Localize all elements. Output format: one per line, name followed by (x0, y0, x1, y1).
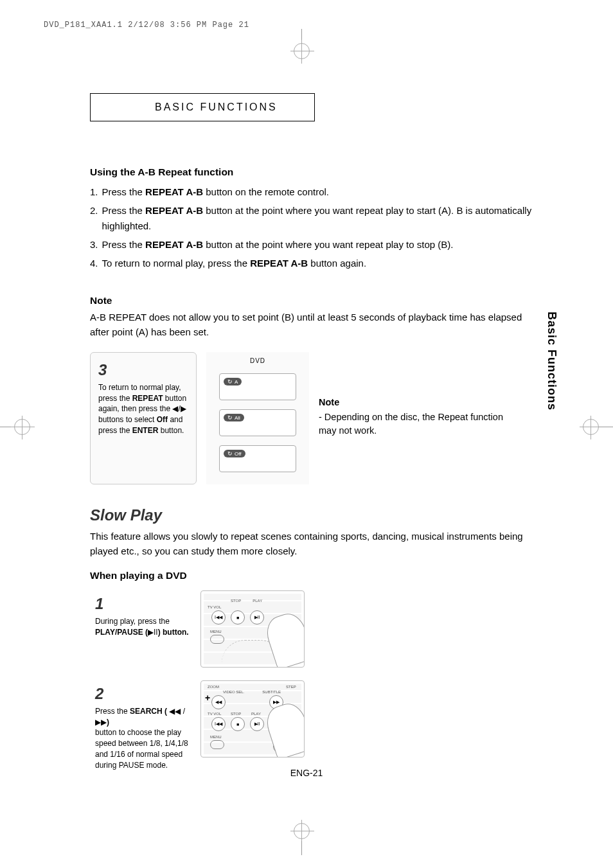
stop-label: STOP (231, 599, 241, 603)
page-number: ENG-21 (0, 768, 613, 778)
slow-step1-num: 1 (95, 593, 189, 615)
step-label: STEP (286, 685, 296, 689)
prev-icon-2: I◀◀ (211, 717, 226, 731)
step3-line2: press the REPEAT button (98, 393, 188, 404)
screen-all: All (219, 409, 296, 436)
step-num: 1. (90, 184, 98, 199)
pill-all: All (224, 414, 244, 421)
crop-mark-bottom (286, 823, 318, 855)
plus-icon: + (205, 693, 210, 703)
dvd-screens: DVD A All Off (206, 352, 309, 484)
rewind-icon: ◀◀ (211, 695, 226, 709)
step-text: Press the REPEAT A-B button at the point… (102, 203, 540, 233)
section-title-box: BASIC FUNCTIONS (90, 93, 315, 121)
slow-step2-l1: Press the SEARCH ( ◀◀ /▶▶) (95, 706, 189, 728)
play-label: PLAY (253, 599, 262, 603)
slow-step2-box: 2 Press the SEARCH ( ◀◀ /▶▶) button to c… (90, 680, 194, 773)
crop-mark-left (0, 418, 35, 437)
dvd-label: DVD (250, 357, 265, 364)
tvvol-label: TV VOL (208, 605, 221, 609)
ab-step-1: 1. Press the REPEAT A-B button on the re… (90, 184, 540, 199)
zoom-label: ZOOM (208, 685, 219, 689)
step3-line3: again, then press the ◀/▶ (98, 403, 188, 414)
ab-step-3: 3. Press the REPEAT A-B button at the po… (90, 237, 540, 252)
slow-step2-l4: and 1/16 of normal speed (95, 749, 189, 760)
prev-icon: I◀◀ (211, 610, 226, 624)
step-text: Press the REPEAT A-B button at the point… (102, 237, 454, 252)
slow-step1-l1: During play, press the (95, 616, 189, 627)
slow-step2-l3: speed between 1/8, 1/4,1/8 (95, 738, 189, 749)
screen-a: A (219, 373, 296, 400)
print-header: DVD_P181_XAA1.1 2/12/08 3:56 PM Page 21 (44, 21, 249, 30)
step3-row: 3 To return to normal play, press the RE… (90, 352, 540, 484)
heading-prefix: Using the (90, 166, 138, 177)
step-text: To return to normal play, press the REPE… (102, 256, 367, 270)
menu-label-2: MENU (210, 735, 222, 739)
step3-line1: To return to normal play, (98, 382, 188, 393)
slow-step1-row: 1 During play, press the PLAY/PAUSE (▶II… (90, 590, 540, 668)
crop-mark-top (286, 29, 318, 61)
menu-label: MENU (210, 630, 222, 633)
sidebar-tab: Basic Functions (545, 312, 558, 411)
slow-play-text: This feature allows you slowly to repeat… (90, 529, 540, 558)
step3-line4: buttons to select Off and (98, 414, 188, 425)
pill-off: Off (224, 450, 245, 457)
tvvol-label-2: TV VOL (208, 712, 221, 716)
side-note-text: - Depending on the disc, the Repeat func… (319, 411, 505, 438)
step-text: Press the REPEAT A-B button on the remot… (102, 184, 329, 199)
ab-step-4: 4. To return to normal play, press the R… (90, 256, 540, 270)
stop-label-2: STOP (231, 712, 241, 716)
step-num: 2. (90, 203, 98, 233)
ab-step-2: 2. Press the REPEAT A-B button at the po… (90, 203, 540, 233)
ab-repeat-heading: Using the A-B Repeat function (90, 166, 540, 178)
when-playing-dvd: When playing a DVD (90, 570, 540, 581)
stop-icon-2: ■ (231, 717, 245, 731)
play-pause-icon: ▶II (250, 610, 264, 624)
crop-mark-right (578, 418, 613, 437)
stop-icon: ■ (231, 610, 245, 624)
slow-play-heading: Slow Play (90, 506, 540, 524)
pill-a: A (224, 378, 242, 385)
page-content: BASIC FUNCTIONS Using the A-B Repeat fun… (90, 93, 540, 786)
section-title: BASIC FUNCTIONS (155, 102, 278, 113)
step3-number: 3 (98, 359, 188, 381)
side-note: Note - Depending on the disc, the Repeat… (319, 352, 505, 484)
note-heading: Note (90, 295, 540, 306)
heading-bold: A-B Repeat function (138, 166, 233, 177)
play-label-2: PLAY (251, 712, 261, 716)
step-num: 3. (90, 237, 98, 252)
slow-step2-l2: button to choose the play (95, 727, 189, 738)
note-text: A-B REPEAT does not allow you to set poi… (90, 310, 540, 339)
side-note-head: Note (319, 396, 505, 409)
step-num: 4. (90, 256, 98, 270)
subtitle-label: SUBTITLE (262, 690, 281, 694)
slow-step1-l2: PLAY/PAUSE (▶II) button. (95, 627, 189, 638)
play-pause-icon-2: ▶II (250, 717, 264, 731)
remote-illustration-1: STOP PLAY TV VOL I◀◀ ■ ▶II MENU RETURN (200, 590, 305, 668)
videosel-label: VIDEO SEL. (223, 690, 244, 694)
remote-illustration-2: ZOOM STEP VIDEO SEL. SUBTITLE ◀◀ ▶▶ TV V… (200, 680, 305, 757)
slow-step2-row: 2 Press the SEARCH ( ◀◀ /▶▶) button to c… (90, 680, 540, 773)
slow-step2-num: 2 (95, 683, 189, 705)
slow-step1-box: 1 During play, press the PLAY/PAUSE (▶II… (90, 590, 194, 640)
step3-line5: press the ENTER button. (98, 425, 188, 436)
screen-off: Off (219, 445, 296, 472)
step3-box: 3 To return to normal play, press the RE… (90, 352, 197, 484)
ab-repeat-steps: 1. Press the REPEAT A-B button on the re… (90, 184, 540, 270)
